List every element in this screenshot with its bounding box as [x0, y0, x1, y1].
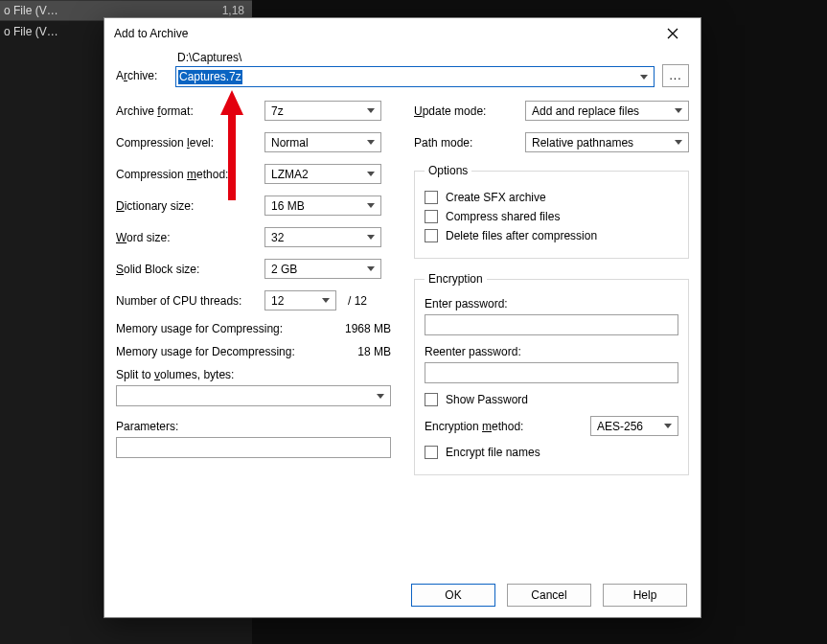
archive-filename: Captures.7z [178, 70, 242, 84]
compression-level-label: Compression level: [116, 136, 264, 150]
archive-label: Archive: [116, 69, 168, 87]
chevron-down-icon [363, 228, 379, 246]
parameters-input[interactable] [116, 437, 391, 458]
cpu-threads-select[interactable]: 12 [264, 290, 336, 310]
checkbox-icon [425, 191, 438, 204]
solid-block-size-label: Solid Block size: [116, 263, 264, 276]
archive-filename-combo[interactable]: Captures.7z [175, 66, 655, 87]
close-icon [667, 28, 678, 39]
checkbox-icon [425, 446, 438, 459]
chevron-down-icon [634, 67, 654, 86]
dictionary-size-label: Dictionary size: [116, 199, 264, 213]
checkbox-icon [425, 393, 438, 406]
options-group: Options Create SFX archive Compress shar… [414, 164, 689, 259]
path-mode-label: Path mode: [414, 136, 525, 150]
checkbox-icon [425, 229, 438, 242]
dialog-footer: OK Cancel Help [104, 573, 701, 617]
chevron-down-icon [363, 133, 379, 151]
ok-button[interactable]: OK [411, 584, 495, 607]
chevron-down-icon [363, 102, 379, 120]
solid-block-size-select[interactable]: 2 GB [264, 259, 381, 279]
chevron-down-icon [363, 196, 379, 215]
encryption-method-select[interactable]: AES-256 [590, 416, 678, 436]
reenter-password-input[interactable] [425, 362, 678, 383]
parameters-label: Parameters: [116, 420, 391, 433]
encrypt-file-names-checkbox[interactable]: Encrypt file names [425, 446, 678, 459]
compression-method-select[interactable]: LZMA2 [264, 164, 381, 184]
encryption-group: Encryption Enter password: Reenter passw… [414, 272, 689, 475]
dictionary-size-select[interactable]: 16 MB [264, 196, 381, 216]
options-legend: Options [425, 164, 471, 177]
dialog-title: Add to Archive [114, 27, 653, 40]
show-password-checkbox[interactable]: Show Password [425, 393, 678, 406]
mem-compress-value: 1968 MB [324, 322, 391, 335]
word-size-select[interactable]: 32 [264, 227, 381, 247]
chevron-down-icon [318, 291, 333, 310]
cpu-threads-total: / 12 [348, 294, 367, 308]
cpu-threads-label: Number of CPU threads: [116, 294, 264, 308]
compression-level-select[interactable]: Normal [264, 132, 381, 152]
chevron-down-icon [373, 386, 388, 405]
file-size: 1,18 [206, 4, 244, 17]
create-sfx-checkbox[interactable]: Create SFX archive [425, 191, 678, 204]
close-button[interactable] [653, 20, 693, 47]
add-to-archive-dialog: Add to Archive Archive: D:\Captures\ Cap… [103, 17, 701, 618]
split-volumes-label: Split to volumes, bytes: [116, 368, 391, 381]
split-volumes-select[interactable] [116, 385, 391, 406]
word-size-label: Word size: [116, 231, 264, 244]
compress-shared-checkbox[interactable]: Compress shared files [425, 210, 678, 223]
chevron-down-icon [671, 133, 686, 151]
cancel-button[interactable]: Cancel [507, 584, 591, 607]
chevron-down-icon [660, 417, 676, 435]
enter-password-input[interactable] [425, 314, 678, 335]
mem-decompress-label: Memory usage for Decompressing: [116, 345, 324, 358]
mem-compress-label: Memory usage for Compressing: [116, 322, 324, 335]
reenter-password-label: Reenter password: [425, 345, 678, 358]
mem-decompress-value: 18 MB [324, 345, 391, 358]
compression-method-label: Compression method: [116, 168, 264, 181]
encryption-legend: Encryption [425, 272, 487, 286]
enter-password-label: Enter password: [425, 297, 678, 310]
encryption-method-label: Encryption method: [425, 420, 590, 433]
browse-button[interactable]: ... [662, 64, 689, 87]
delete-after-checkbox[interactable]: Delete files after compression [425, 229, 678, 242]
archive-format-select[interactable]: 7z [264, 101, 381, 121]
chevron-down-icon [671, 102, 686, 120]
checkbox-icon [425, 210, 438, 223]
titlebar: Add to Archive [104, 18, 701, 49]
chevron-down-icon [363, 260, 379, 278]
update-mode-label: Update mode: [414, 104, 525, 118]
archive-format-label: Archive format: [116, 104, 264, 118]
archive-path: D:\Captures\ [175, 51, 655, 64]
help-button[interactable]: Help [603, 584, 687, 607]
chevron-down-icon [363, 165, 379, 183]
update-mode-select[interactable]: Add and replace files [525, 101, 689, 121]
path-mode-select[interactable]: Relative pathnames [525, 132, 689, 152]
file-name: o File (V… [4, 4, 206, 17]
